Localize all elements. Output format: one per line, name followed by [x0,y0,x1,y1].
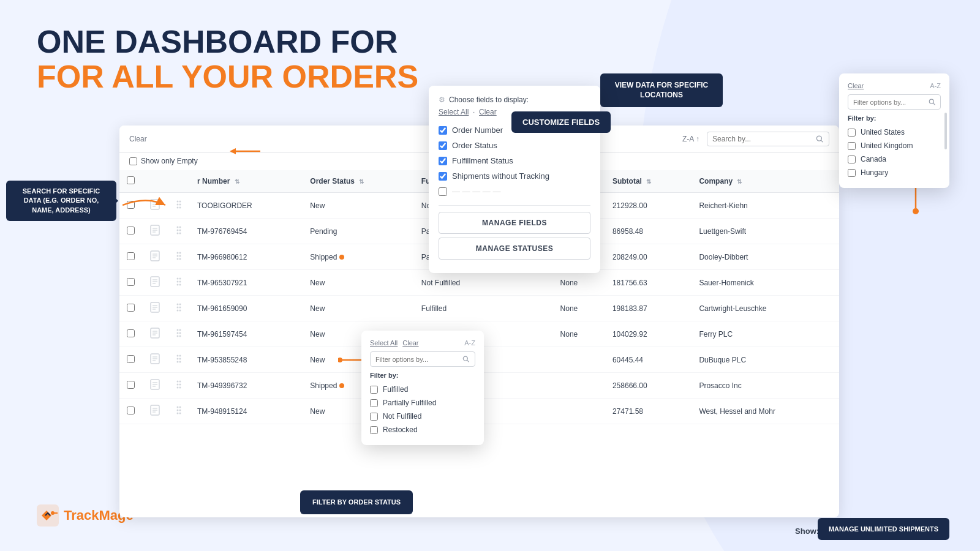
svg-point-59 [177,329,179,331]
svg-point-69 [177,355,179,357]
subtotal-filter-icon[interactable]: ⇅ [646,178,651,185]
search-input-wrap [707,132,829,146]
row-checkbox-4[interactable] [127,304,135,312]
svg-point-39 [177,278,179,280]
order-number-filter-icon[interactable]: ⇅ [235,178,239,185]
clear-button[interactable]: Clear [129,135,147,143]
row-order-number-7: TM-949396732 [190,373,303,399]
row-doc-icon [149,302,160,313]
drag-icon [175,251,183,261]
loc-option-us: United States [848,126,941,139]
header-company[interactable]: Company ⇅ [692,170,839,193]
loc-option-hungary: Hungary [848,166,941,179]
field-extra: — — — — — [439,184,590,199]
row-icon-cell-8 [142,399,168,424]
row-drag-cell-6 [168,347,190,373]
svg-point-19 [177,227,179,228]
row-checkbox-1[interactable] [127,227,135,234]
svg-point-20 [179,227,181,228]
row-checkbox-8[interactable] [127,407,135,414]
row-checkbox-6[interactable] [127,355,135,363]
svg-point-43 [177,284,179,286]
svg-point-52 [179,307,181,309]
field-order-status-checkbox[interactable] [439,141,447,150]
search-input[interactable] [712,135,812,143]
svg-point-34 [179,258,181,260]
row-company-3: Sauer-Homenick [692,270,839,296]
header-subtotal[interactable]: Subtotal ⇅ [605,170,692,193]
search-arrow [123,196,172,214]
svg-point-13 [177,207,179,209]
field-fulfillment-checkbox[interactable] [439,157,447,165]
row-checkbox-5[interactable] [127,329,135,337]
loc-scrollbar[interactable] [944,113,947,149]
drag-icon [175,302,183,312]
row-checkbox-cell [119,399,142,424]
filter-fulfilled-checkbox[interactable] [370,386,378,394]
filter-search-input[interactable] [375,356,459,363]
filter-top-row: Select All Clear A-Z [370,339,475,347]
row-drag-cell-1 [168,219,190,244]
manage-shipments-btn-label[interactable]: MANAGE UNLIMITED SHIPMENTS [818,518,949,540]
loc-option-uk: United Kingdom [848,139,941,152]
manage-fields-button[interactable]: MANAGE FIELDS [439,212,590,234]
svg-point-91 [177,410,179,411]
show-empty-checkbox[interactable] [129,157,137,165]
filter-clear[interactable]: Clear [402,339,418,347]
field-shipments-checkbox[interactable] [439,172,447,181]
filter-order-status-button[interactable]: FILTER BY ORDER STATUS [300,490,413,514]
row-icon-cell-3 [142,270,168,296]
filter-restocked-checkbox[interactable] [370,426,378,434]
row-checkbox-3[interactable] [127,278,135,286]
svg-line-98 [933,103,935,105]
svg-point-3 [817,136,822,141]
fulfillment-filter-popup: Select All Clear A-Z Filter by: Fulfille… [361,331,484,445]
row-checkbox-cell [119,373,142,399]
field-extra-checkbox[interactable] [439,187,447,196]
row-checkbox-2[interactable] [127,252,135,260]
svg-point-23 [177,233,179,234]
filter-select-all[interactable]: Select All [370,339,398,347]
field-order-number-checkbox[interactable] [439,126,447,135]
filter-not-fulfilled-checkbox[interactable] [370,413,378,421]
svg-point-62 [179,332,181,334]
row-subtotal-6: 60445.44 [605,347,692,373]
manage-statuses-button[interactable]: MANAGE STATUSES [439,238,590,260]
row-drag-cell-4 [168,296,190,321]
filter-by-label: Filter by: [370,372,475,379]
header-icon-cell [142,170,168,193]
filter-search-icon [462,355,470,363]
company-filter-icon[interactable]: ⇅ [737,178,742,185]
filter-search-row [370,351,475,367]
field-order-status: Order Status [439,138,590,153]
svg-point-94 [179,413,181,414]
svg-point-79 [177,381,179,383]
loc-canada-checkbox[interactable] [848,156,856,163]
row-order-number-2: TM-966980612 [190,244,303,270]
loc-uk-checkbox[interactable] [848,142,856,150]
row-icon-cell-2 [142,244,168,270]
loc-us-checkbox[interactable] [848,129,856,137]
header-order-status[interactable]: Order Status ⇅ [303,170,413,193]
filter-partially-checkbox[interactable] [370,399,378,407]
loc-hungary-checkbox[interactable] [848,169,856,177]
row-checkbox-7[interactable] [127,381,135,389]
loc-search-input[interactable] [853,99,925,106]
header-order-number[interactable]: r Number ⇅ [190,170,303,193]
svg-point-31 [177,255,179,257]
order-status-filter-icon[interactable]: ⇅ [359,178,364,185]
loc-clear-link: Clear [848,82,864,89]
gear-icon: ⚙ [439,96,445,104]
clear-link[interactable]: Clear [479,108,497,116]
customize-fields-badge[interactable]: CUSTOMIZE FIELDS [511,111,611,133]
view-data-button[interactable]: VIEW DATA FOR SPECIFIC LOCATIONS [600,73,723,107]
row-order-status-3: New [303,270,413,296]
sort-button[interactable]: Z-A ↑ [682,135,699,143]
loc-clear[interactable]: Clear [848,82,864,89]
row-checkbox-cell [119,219,142,244]
select-all-checkbox[interactable] [127,176,135,184]
svg-point-81 [177,384,179,386]
select-all-link[interactable]: Select All [439,108,469,116]
svg-point-33 [177,258,179,260]
svg-point-93 [177,413,179,414]
